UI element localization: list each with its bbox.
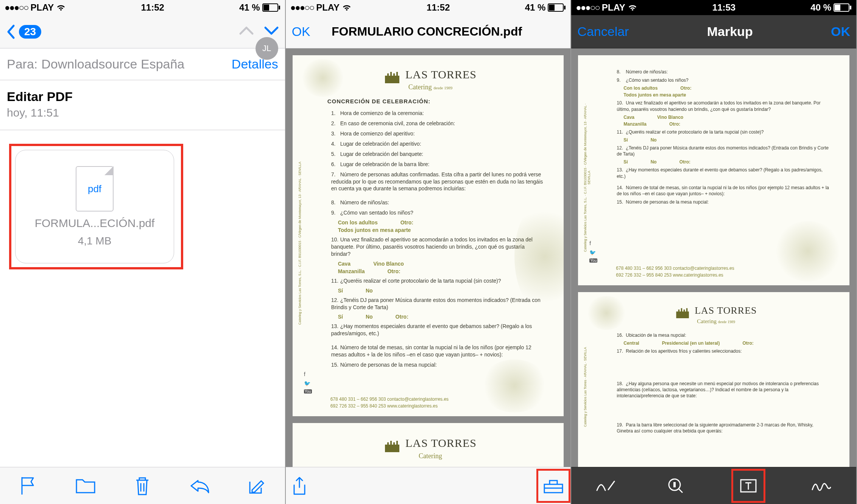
doc-footer: 678 480 331 – 662 956 303 contacto@cater… [616,265,734,278]
battery-icon [262,3,280,12]
status-bar: ●●●○○PLAY 11:53 40 % [571,0,856,15]
flag-button[interactable] [15,472,42,499]
pen-tool-button[interactable] [592,472,620,499]
carrier-label: PLAY [30,2,54,13]
status-bar: ●●●○○ PLAY 11:52 41 % [0,0,285,15]
status-bar: ●●●○○PLAY 11:52 41 % [286,0,571,15]
wifi-icon [628,4,637,11]
carrier-label: PLAY [316,2,340,13]
markup-toolbox-button[interactable] [540,472,567,499]
side-text: Catering y Servicios Las Torres · ARAHAL… [583,338,590,437]
ok-button[interactable]: OK [292,24,310,39]
castle-icon [675,307,690,318]
carrier-label: PLAY [602,2,625,13]
signal-dots-icon: ●●●○○ [5,2,28,13]
highlight-box [536,469,570,503]
markup-title: Markup [629,24,831,39]
brand-since: desde 1989 [433,86,452,90]
brand-name: LAS TORRES [695,305,757,316]
document-scroll-area[interactable]: Catering y Servicios Las Torres, S.L. · … [286,48,571,467]
wifi-icon [56,4,66,11]
to-row[interactable]: Para: Downloadsource España Detalles [0,48,285,80]
social-icons: f🐦You [304,371,312,394]
svg-rect-4 [549,5,555,11]
mail-toolbar [0,467,285,504]
back-button[interactable]: 23 [6,24,41,39]
svg-rect-7 [835,5,840,11]
attachment-filename: FORMULA...ECIÓN.pdf [35,217,155,230]
reply-button[interactable] [186,472,213,499]
nav-bar: OK FORMULARIO CONCRECIÓN.pdf [286,15,571,48]
ok-button[interactable]: OK [831,24,850,39]
castle-icon [384,439,401,452]
highlight-box: pdf FORMULA...ECIÓN.pdf 4,1 MB [9,144,183,269]
markup-toolbar [571,467,856,504]
message-date: hoy, 11:51 [0,106,285,130]
battery-pct: 41 % [525,2,546,13]
clock: 11:53 [712,2,735,13]
nav-bar: Cancelar Markup OK [571,15,856,48]
signal-dots-icon: ●●●○○ [576,2,599,13]
clock: 11:52 [141,2,164,13]
document-title: FORMULARIO CONCRECIÓN.pdf [310,25,544,39]
attachment-filesize: 4,1 MB [78,235,112,247]
magnifier-tool-button[interactable] [662,472,689,499]
subject: Editar PDF [0,80,285,106]
doc-heading: CONCRECIÓN DE CELEBRACIÓN: [327,98,545,104]
pdf-page-2-peek: LAS TORRES Catering [293,423,564,467]
signal-dots-icon: ●●●○○ [290,2,314,13]
svg-rect-2 [279,6,280,9]
svg-rect-8 [850,6,851,9]
wifi-icon [342,4,352,11]
details-button[interactable]: Detalles [232,57,278,72]
pdf-file-icon: pdf [76,166,114,212]
brand-name: LAS TORRES [405,68,477,81]
signature-tool-button[interactable] [808,472,835,499]
markup-canvas[interactable]: Catering y Servicios Las Torres, S.L. · … [571,48,856,467]
side-text: Catering y Servicios Las Torres, S.L. · … [298,101,305,386]
prev-message-button[interactable] [239,24,254,39]
markup-page-1[interactable]: Catering y Servicios Las Torres, S.L. · … [578,55,849,285]
doc-footer: 678 480 331 – 662 956 303 contacto@cater… [330,396,449,409]
cancel-button[interactable]: Cancelar [577,24,629,39]
folder-button[interactable] [72,472,99,499]
preview-toolbar [286,467,571,504]
doc-list: 1.Hora de comienzo de la ceremonia: 2.En… [331,110,545,216]
highlight-box [731,469,765,503]
clock: 11:52 [427,2,450,13]
trash-button[interactable] [129,472,156,499]
to-value: Downloadsource España [41,57,232,72]
pdf-attachment[interactable]: pdf FORMULA...ECIÓN.pdf 4,1 MB [15,150,174,263]
sender-avatar: JL [256,37,278,60]
nav-bar: 23 [0,15,285,48]
markup-page-2[interactable]: Catering y Servicios Las Torres · ARAHAL… [578,292,849,467]
compose-button[interactable] [243,472,270,499]
inbox-count-badge: 23 [19,25,41,39]
castle-icon [384,70,401,83]
pdf-page-1: Catering y Servicios Las Torres, S.L. · … [293,55,564,416]
battery-icon [548,3,566,12]
share-button[interactable] [286,472,313,499]
brand-subtitle: Catering [408,83,432,91]
svg-rect-5 [564,6,566,9]
side-text: Catering y Servicios Las Torres, S.L. · … [583,101,590,255]
battery-pct: 40 % [810,2,831,13]
brand-name: LAS TORRES [405,437,477,449]
text-tool-button[interactable] [735,472,762,499]
battery-pct: 41 % [239,2,260,13]
battery-icon [834,3,852,12]
social-icons: f🐦You [589,240,597,263]
svg-rect-1 [263,5,269,11]
to-label: Para: [7,57,37,72]
